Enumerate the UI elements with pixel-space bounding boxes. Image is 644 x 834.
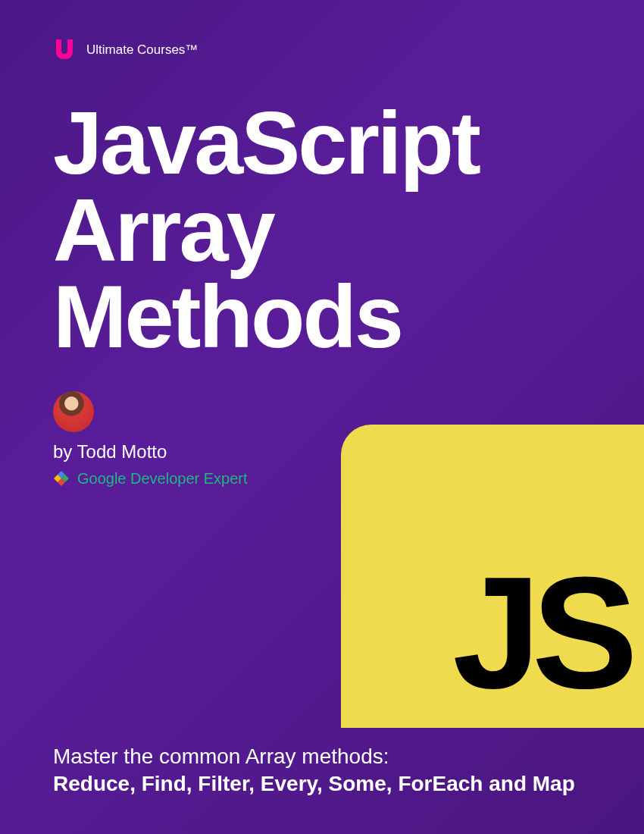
brand-logo-icon xyxy=(53,38,76,62)
footer-intro: Master the common Array methods: xyxy=(53,745,591,769)
brand-text: Ultimate Courses™ xyxy=(86,42,198,58)
gde-icon xyxy=(53,470,70,487)
js-logo-text: JS xyxy=(452,553,629,713)
header: Ultimate Courses™ xyxy=(0,0,644,62)
title-line-1: JavaScript xyxy=(53,93,479,193)
js-logo-badge: JS xyxy=(341,425,644,728)
page-title: JavaScript Array Methods xyxy=(0,62,644,361)
footer-methods: Reduce, Find, Filter, Every, Some, ForEa… xyxy=(53,772,591,796)
title-line-3: Methods xyxy=(53,267,402,366)
expert-badge-text: Google Developer Expert xyxy=(77,470,248,488)
author-avatar xyxy=(53,391,94,432)
footer: Master the common Array methods: Reduce,… xyxy=(0,722,644,834)
title-line-2: Array xyxy=(53,180,274,280)
